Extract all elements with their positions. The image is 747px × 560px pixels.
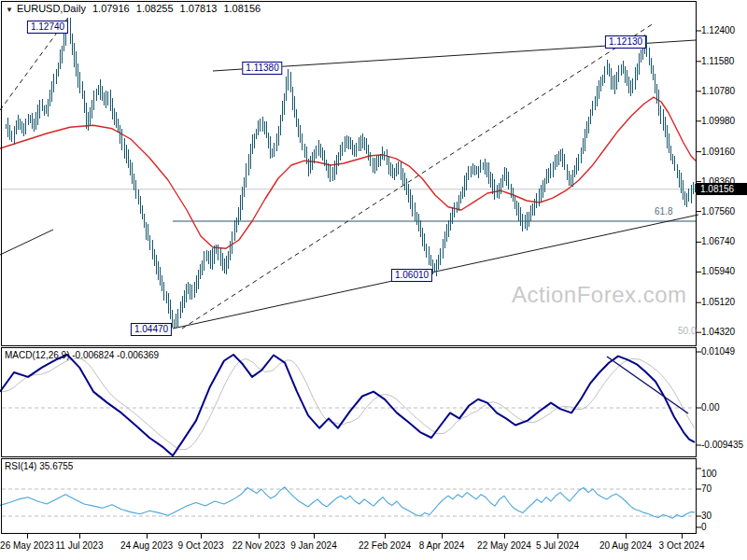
price-marker-label: 1.12740 <box>27 21 68 34</box>
current-price-tag: 1.08156 <box>697 183 747 195</box>
chart-canvas[interactable] <box>0 0 747 560</box>
date-axis-label: 5 Jul 2024 <box>536 540 579 551</box>
date-axis-label: 22 Nov 2023 <box>233 540 286 551</box>
fibonacci-level-label: 61.8 <box>655 206 672 217</box>
date-axis-label: 9 Oct 2023 <box>178 540 224 551</box>
date-axis-label: 22 Feb 2024 <box>359 540 411 551</box>
macd-axis-max: 0.01049 <box>701 346 735 357</box>
rsi-axis-label: 100 <box>701 469 717 479</box>
rsi-line <box>0 487 695 518</box>
price-marker-label: 1.06010 <box>391 269 432 282</box>
macd-signal-line <box>0 358 695 450</box>
faint-level-label: 50.0 <box>678 326 696 336</box>
chart-header: ▼EURUSD,Daily 1.07916 1.08255 1.07813 1.… <box>6 3 264 14</box>
rsi-name: RSI(14) <box>5 461 36 471</box>
macd-trendline <box>607 357 688 413</box>
date-axis-label: 20 Aug 2024 <box>599 540 652 551</box>
ma-line <box>0 97 696 248</box>
date-axis-label: 3 Oct 2024 <box>659 540 705 551</box>
macd-line <box>0 355 695 455</box>
ohlc-high: 1.08255 <box>136 3 174 14</box>
panel-border <box>2 459 697 534</box>
symbol-timeframe: EURUSD,Daily <box>17 3 86 14</box>
price-axis-label: 1.11580 <box>701 56 734 66</box>
price-axis-label: 1.09980 <box>701 116 735 126</box>
price-axis-label: 1.05120 <box>701 297 735 307</box>
macd-name: MACD(12,26,9) <box>5 350 69 360</box>
macd-indicator-label: MACD(12,26,9) -0.006824 -0.006369 <box>5 350 159 360</box>
rsi-axis-label: 30 <box>701 511 712 521</box>
ohlc-low: 1.07813 <box>180 3 218 14</box>
date-axis-label: 11 Jul 2023 <box>56 540 104 551</box>
macd-value-main: -0.006824 <box>72 350 114 360</box>
date-axis-label: 8 Apr 2024 <box>419 540 464 551</box>
symbol-dropdown-icon[interactable]: ▼ <box>6 6 13 14</box>
price-marker-label: 1.11380 <box>242 62 282 75</box>
price-axis-label: 1.06740 <box>701 236 735 246</box>
price-axis-label: 1.07560 <box>701 206 735 217</box>
price-axis-label: 1.04320 <box>701 327 735 337</box>
trendline <box>173 215 698 329</box>
rsi-axis-label: 70 <box>701 483 712 494</box>
rsi-value: 35.6755 <box>39 461 73 471</box>
price-axis-label: 1.10780 <box>701 86 735 96</box>
price-axis-label: 1.05940 <box>701 266 735 276</box>
price-axis-label: 1.12400 <box>701 25 735 35</box>
date-axis-label: 9 Jan 2024 <box>290 540 337 551</box>
trendline <box>0 230 53 255</box>
date-axis-label: 26 May 2023 <box>0 540 54 551</box>
ohlc-close: 1.08156 <box>223 3 261 14</box>
trading-chart-window: ▼EURUSD,Daily 1.07916 1.08255 1.07813 1.… <box>0 0 747 560</box>
rsi-indicator-label: RSI(14) 35.6755 <box>5 461 73 471</box>
macd-value-signal: -0.006369 <box>117 350 159 360</box>
macd-axis-min: -0.009435 <box>701 440 743 450</box>
rsi-axis-label: 0 <box>701 522 707 532</box>
price-marker-label: 1.04470 <box>131 323 172 336</box>
date-axis-label: 24 Aug 2023 <box>120 540 173 551</box>
watermark: ActionForex.com <box>512 282 687 308</box>
price-marker-label: 1.12130 <box>605 35 646 49</box>
macd-axis-zero: 0.00 <box>701 402 719 413</box>
date-axis-label: 22 May 2024 <box>477 540 531 551</box>
ohlc-open: 1.07916 <box>92 3 130 14</box>
price-axis-label: 1.09160 <box>701 147 735 157</box>
